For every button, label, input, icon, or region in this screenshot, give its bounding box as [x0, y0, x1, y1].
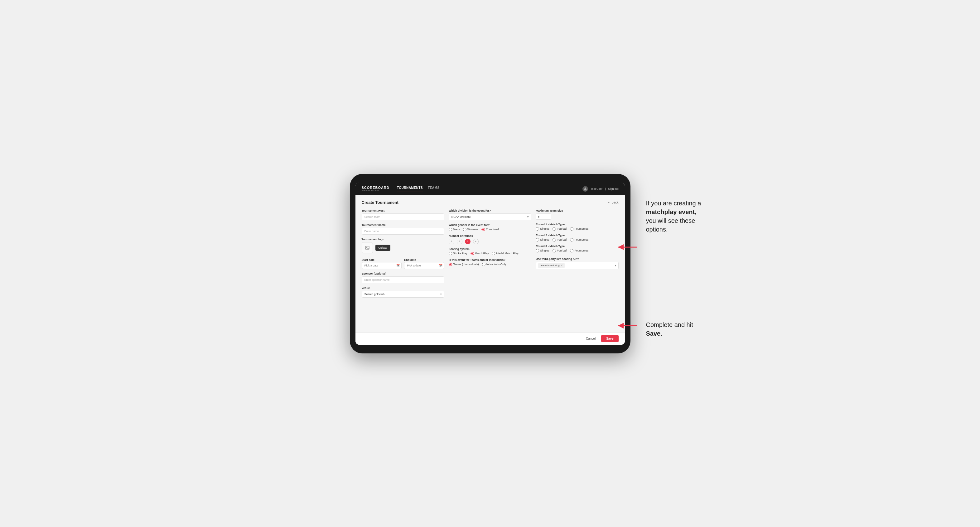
max-team-size-group: Maximum Team Size — [536, 209, 618, 220]
tournament-name-group: Tournament name — [362, 224, 444, 235]
arrow-bottom — [615, 321, 640, 332]
max-team-size-label: Maximum Team Size — [536, 209, 618, 212]
signout-link[interactable]: Sign out — [608, 187, 618, 190]
max-team-size-input[interactable] — [536, 213, 551, 220]
sponsor-label: Sponsor (optional) — [362, 272, 444, 275]
form-grid: Tournament Host Tournament name Tourname… — [362, 209, 619, 298]
venue-select[interactable]: Search golf club — [362, 291, 444, 298]
logo-placeholder — [362, 242, 373, 253]
user-avatar — [582, 186, 588, 192]
r2-foursomes[interactable]: Foursomes — [570, 238, 589, 241]
gender-combined[interactable]: Combined — [481, 228, 499, 231]
tournament-logo-group: Tournament logo Upload — [362, 238, 444, 253]
tournament-host-group: Tournament Host — [362, 209, 444, 220]
page-wrapper: SCOREBOARD Powered by clippt TOURNAMENTS… — [350, 174, 630, 353]
main-content: Create Tournament ← Back Tournament Host… — [355, 195, 625, 332]
gender-group: Which gender is the event for? Mens Wome… — [449, 224, 531, 231]
form-col-left: Tournament Host Tournament name Tourname… — [362, 209, 444, 298]
r1-foursomes[interactable]: Foursomes — [570, 227, 589, 231]
tournament-logo-label: Tournament logo — [362, 238, 444, 241]
api-group: Use third-party live scoring API? Leader… — [536, 257, 618, 269]
division-label: Which division is the event for? — [449, 209, 531, 212]
save-button[interactable]: Save — [601, 335, 618, 342]
nav-tabs: TOURNAMENTS TEAMS — [397, 186, 440, 191]
teams-group: Is this event for Teams and/or Individua… — [449, 258, 531, 266]
tournament-name-input[interactable] — [362, 228, 444, 235]
annotation-save: Complete and hit Save. — [646, 321, 708, 338]
rounds-label: Number of rounds — [449, 234, 531, 238]
dates-group: Start date 📅 End date — [362, 257, 444, 269]
round1-options: Singles Fourball Foursomes — [536, 227, 618, 231]
tablet-screen: SCOREBOARD Powered by clippt TOURNAMENTS… — [355, 183, 625, 345]
logo-upload-area: Upload — [362, 242, 444, 253]
tablet-frame: SCOREBOARD Powered by clippt TOURNAMENTS… — [350, 174, 630, 353]
round-2[interactable]: 2 — [457, 239, 462, 244]
r1-fourball[interactable]: Fourball — [552, 227, 567, 231]
match-section: Round 1 - Match Type Singles Fourball — [536, 223, 618, 252]
brand-name: SCOREBOARD — [362, 186, 390, 189]
tab-teams[interactable]: TEAMS — [428, 186, 440, 191]
rounds-row: 1 2 3 4 — [449, 239, 531, 244]
brand-logo: SCOREBOARD Powered by clippt — [362, 186, 390, 191]
r2-singles[interactable]: Singles — [536, 238, 549, 241]
start-date-input[interactable] — [362, 262, 402, 269]
round-1[interactable]: 1 — [449, 239, 454, 244]
scoring-group: Scoring system Stroke Play Match Play — [449, 248, 531, 255]
gender-mens[interactable]: Mens — [449, 228, 460, 231]
end-date-input[interactable] — [404, 262, 444, 269]
api-label: Use third-party live scoring API? — [536, 257, 618, 260]
round3-match-label: Round 3 - Match Type — [536, 244, 618, 248]
end-date-group: End date 📅 — [404, 257, 444, 269]
cancel-button[interactable]: Cancel — [583, 335, 599, 342]
tournament-host-input[interactable] — [362, 213, 444, 220]
start-date-wrapper: 📅 — [362, 262, 402, 269]
brand-sub: Powered by clippt — [362, 189, 390, 191]
round1-match-group: Round 1 - Match Type Singles Fourball — [536, 223, 618, 231]
gender-radio-group: Mens Womens Combined — [449, 228, 531, 231]
calendar-icon-end: 📅 — [439, 264, 442, 267]
scoring-label: Scoring system — [449, 248, 531, 251]
api-select[interactable]: Leaderboard King ✕ ▾ — [536, 262, 618, 269]
api-tag: Leaderboard King ✕ — [538, 264, 565, 268]
r3-fourball[interactable]: Fourball — [552, 249, 567, 252]
teams-individuals[interactable]: Individuals Only — [482, 263, 506, 266]
scoring-match-play[interactable]: Match Play — [471, 252, 489, 255]
teams-label: Is this event for Teams and/or Individua… — [449, 258, 531, 262]
rounds-group: Number of rounds 1 2 3 4 — [449, 234, 531, 244]
page-title: Create Tournament — [362, 200, 398, 205]
round-4[interactable]: 4 — [473, 239, 479, 244]
teams-teams[interactable]: Teams (+Individuals) — [449, 263, 479, 266]
round2-match-group: Round 2 - Match Type Singles Fourball — [536, 234, 618, 241]
scoring-medal-match-play[interactable]: Medal Match Play — [492, 252, 519, 255]
venue-group: Venue Search golf club — [362, 286, 444, 298]
division-select[interactable]: NCAA Division I — [449, 213, 531, 220]
upload-button[interactable]: Upload — [375, 244, 391, 251]
sponsor-group: Sponsor (optional) — [362, 272, 444, 283]
r3-foursomes[interactable]: Foursomes — [570, 249, 589, 252]
tab-tournaments[interactable]: TOURNAMENTS — [397, 186, 423, 191]
tournament-host-label: Tournament Host — [362, 209, 444, 212]
division-group: Which division is the event for? NCAA Di… — [449, 209, 531, 220]
scoring-stroke-play[interactable]: Stroke Play — [449, 252, 468, 255]
api-remove[interactable]: ✕ — [561, 264, 563, 267]
round3-options: Singles Fourball Foursomes — [536, 249, 618, 252]
r3-singles[interactable]: Singles — [536, 249, 549, 252]
r2-fourball[interactable]: Fourball — [552, 238, 567, 241]
round2-match-label: Round 2 - Match Type — [536, 234, 618, 237]
gender-womens[interactable]: Womens — [463, 228, 478, 231]
venue-select-wrapper: Search golf club — [362, 291, 444, 298]
form-footer: Cancel Save — [355, 332, 625, 345]
start-date-group: Start date 📅 — [362, 257, 402, 269]
tournament-name-label: Tournament name — [362, 224, 444, 227]
svg-point-0 — [585, 187, 586, 189]
end-date-label: End date — [404, 258, 416, 262]
calendar-icon: 📅 — [396, 264, 400, 267]
round-3[interactable]: 3 — [465, 239, 471, 244]
r1-singles[interactable]: Singles — [536, 227, 549, 231]
api-chevron-icon: ▾ — [615, 264, 616, 267]
division-select-wrapper: NCAA Division I — [449, 213, 531, 220]
user-name: Test User — [590, 187, 602, 190]
sponsor-input[interactable] — [362, 276, 444, 283]
svg-rect-1 — [366, 246, 369, 249]
back-link[interactable]: ← Back — [608, 201, 618, 204]
